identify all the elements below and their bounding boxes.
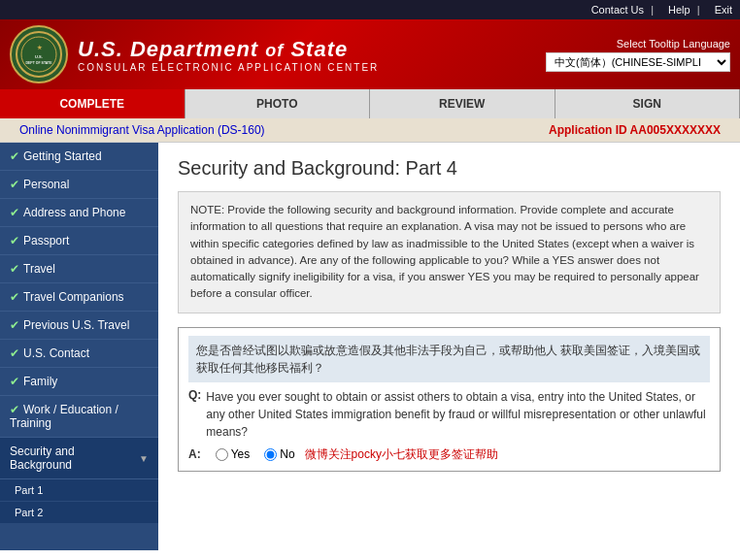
contact-us-link[interactable]: Contact Us: [591, 4, 644, 16]
svg-text:U.S.: U.S.: [35, 54, 43, 59]
sidebar-item-travel-companions[interactable]: ✔Travel Companions: [0, 283, 158, 312]
question-text: Have you ever sought to obtain or assist…: [206, 388, 710, 441]
language-select[interactable]: 中文(简体）(CHINESE-SIMPLI: [546, 52, 730, 72]
sidebar-sub-part2[interactable]: Part 2: [0, 502, 158, 524]
no-radio[interactable]: [264, 448, 277, 461]
nav-tabs: COMPLETE PHOTO REVIEW SIGN: [0, 89, 740, 118]
social-text: 微博关注pocky小七获取更多签证帮助: [305, 446, 498, 463]
q-label: Q:: [188, 388, 201, 441]
form-title: Online Nonimmigrant Visa Application (DS…: [19, 123, 265, 137]
answer-row: A: Yes No 微博关注pocky小七获取更多签证帮助: [188, 446, 710, 463]
chinese-question-text: 您是否曾经试图以欺骗或故意造假及其他非法手段为自己，或帮助他人 获取美国签证，入…: [188, 336, 710, 382]
expand-arrow-icon: ▼: [139, 453, 149, 464]
header-title: U.S. Department of State CONSULAR ELECTR…: [78, 37, 379, 73]
sidebar-item-address[interactable]: ✔Address and Phone: [0, 199, 158, 227]
content-area: Security and Background: Part 4 NOTE: Pr…: [158, 143, 740, 550]
app-id-bar: Online Nonimmigrant Visa Application (DS…: [0, 118, 740, 143]
tab-photo[interactable]: PHOTO: [185, 89, 371, 118]
a-label: A:: [188, 447, 201, 461]
dept-name: U.S. Department of State: [78, 37, 348, 61]
note-box: NOTE: Provide the following security and…: [178, 191, 721, 313]
help-link[interactable]: Help: [668, 4, 690, 16]
no-radio-label[interactable]: No: [264, 447, 294, 461]
tab-sign[interactable]: SIGN: [555, 89, 741, 118]
tab-complete[interactable]: COMPLETE: [0, 89, 185, 118]
footer-buttons: ◄ Back: Security/Background Part 💾 Save …: [0, 550, 740, 560]
exit-link[interactable]: Exit: [715, 4, 732, 16]
app-id: Application ID AA005XXXXXXX: [549, 123, 721, 137]
sidebar: ✔Getting Started ✔Personal ✔Address and …: [0, 143, 158, 550]
sidebar-item-work-education[interactable]: ✔Work / Education / Training: [0, 396, 158, 438]
tab-review[interactable]: REVIEW: [370, 89, 555, 118]
lang-label: Select Tooltip Language: [617, 38, 730, 49]
header: ★ U.S. DEPT OF STATE U.S. Department of …: [0, 19, 740, 89]
yes-label: Yes: [231, 447, 251, 461]
sidebar-item-personal[interactable]: ✔Personal: [0, 171, 158, 199]
sidebar-item-passport[interactable]: ✔Passport: [0, 227, 158, 255]
sidebar-item-security-background[interactable]: Security and Background ▼: [0, 438, 158, 479]
svg-text:DEPT OF STATE: DEPT OF STATE: [25, 61, 52, 65]
top-bar: Contact Us | Help | Exit: [0, 0, 740, 19]
sidebar-sub-part1[interactable]: Part 1: [0, 479, 158, 502]
sidebar-item-getting-started[interactable]: ✔Getting Started: [0, 143, 158, 171]
yes-radio[interactable]: [216, 448, 228, 461]
no-label: No: [280, 447, 294, 461]
language-selector-section: Select Tooltip Language 中文(简体）(CHINESE-S…: [546, 38, 730, 72]
sidebar-item-us-contact[interactable]: ✔U.S. Contact: [0, 340, 158, 368]
sidebar-item-family[interactable]: ✔Family: [0, 368, 158, 396]
sidebar-item-travel[interactable]: ✔Travel: [0, 255, 158, 283]
radio-group: Yes No: [216, 447, 295, 461]
question-row: Q: Have you ever sought to obtain or ass…: [188, 388, 710, 441]
main-layout: ✔Getting Started ✔Personal ✔Address and …: [0, 143, 740, 550]
page-title: Security and Background: Part 4: [178, 157, 721, 180]
question-box: 您是否曾经试图以欺骗或故意造假及其他非法手段为自己，或帮助他人 获取美国签证，入…: [178, 327, 721, 472]
dept-subtitle: CONSULAR ELECTRONIC APPLICATION CENTER: [78, 62, 379, 73]
seal-icon: ★ U.S. DEPT OF STATE: [10, 25, 68, 83]
yes-radio-label[interactable]: Yes: [216, 447, 251, 461]
sidebar-item-previous-us-travel[interactable]: ✔Previous U.S. Travel: [0, 312, 158, 340]
